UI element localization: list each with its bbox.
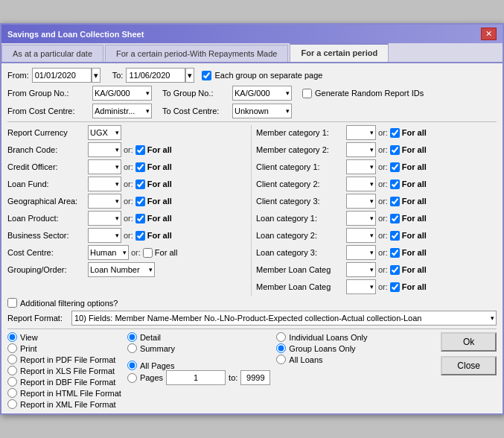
clicat3-dropdown[interactable] [346, 194, 376, 209]
tab-as-at-particular-date[interactable]: As at a particular date [1, 45, 103, 62]
bizs-dropdown[interactable] [88, 228, 121, 243]
clicat1-forall-label: For all [402, 162, 427, 171]
memcat2-forall-checkbox[interactable] [390, 145, 400, 155]
to-date-input[interactable] [126, 68, 185, 83]
currency-dropdown[interactable]: UGX [88, 125, 121, 140]
memcat2-dropdown[interactable] [346, 142, 376, 157]
memcat1-dropdown[interactable] [346, 125, 376, 140]
pages-range-radio[interactable] [127, 373, 137, 383]
report-format-label: Report Format: [7, 314, 67, 323]
additional-checkbox[interactable] [7, 298, 17, 308]
loanprod-forall-checkbox[interactable] [135, 214, 145, 223]
clicat3-forall-checkbox[interactable] [390, 197, 400, 206]
generate-random-checkbox[interactable] [302, 89, 312, 98]
grouping-row: Grouping/Order: Loan Number [7, 262, 248, 277]
loancat3-dropdown[interactable] [346, 245, 376, 260]
tab-certain-period[interactable]: For a certain period [290, 43, 389, 62]
credit-dropdown[interactable] [88, 159, 121, 174]
memcat1-label: Member category 1: [256, 128, 344, 137]
loanfund-forall-checkbox[interactable] [135, 180, 145, 189]
branch-forall-checkbox[interactable] [135, 145, 145, 155]
clicat2-forall-checkbox[interactable] [390, 180, 400, 189]
allloans-radio[interactable] [276, 355, 286, 364]
from-group-dropdown[interactable]: KA/G/000 [92, 86, 152, 101]
loancat1-dropdown[interactable] [346, 211, 376, 226]
cost-dropdown[interactable]: Human [88, 245, 129, 260]
all-pages-radio[interactable] [127, 361, 137, 370]
clicat3-label: Client category 3: [256, 197, 344, 206]
geo-forall-checkbox[interactable] [135, 197, 145, 206]
memloan2-dropdown[interactable] [346, 279, 376, 294]
from-cost-dropdown[interactable]: Administr... [92, 104, 152, 118]
loancat1-forall-checkbox[interactable] [390, 214, 400, 223]
xls-radio[interactable] [7, 366, 17, 375]
memcat1-or: or: [378, 128, 388, 137]
print-radio[interactable] [7, 343, 17, 353]
allloans-row: All Loans [276, 355, 373, 364]
loanfund-or: or: [124, 180, 133, 188]
memloan2-or: or: [378, 282, 388, 291]
memloan1-row: Member Loan Categ or: For all [256, 262, 497, 277]
tab-certain-period-with-repayments[interactable]: For a certain period-With Repayments Mad… [105, 45, 288, 62]
clicat2-dropdown[interactable] [346, 177, 376, 191]
clicat3-or: or: [378, 197, 388, 206]
xml-row: Report in XML File Format [7, 399, 121, 409]
dbf-label: Report in DBF File Format [20, 378, 115, 387]
report-format-dropdown[interactable]: 10) Fields: Member Name-Member No.-LNo-P… [71, 311, 497, 326]
loan-type-options: Individual Loans Only Group Loans Only A… [276, 332, 373, 364]
detail-radio[interactable] [127, 332, 137, 342]
branch-dropdown[interactable] [88, 142, 121, 157]
memcat2-row: Member category 2: or: For all [256, 142, 497, 157]
clicat1-forall-checkbox[interactable] [390, 162, 400, 172]
grouping-dropdown[interactable]: Loan Number [88, 262, 155, 277]
left-fields: Report Currency UGX Branch Code: or: For… [7, 125, 248, 296]
generate-random-label: Generate Random Report IDs [315, 89, 424, 98]
html-row: Report in HTML File Format [7, 388, 121, 398]
cost-forall-checkbox[interactable] [143, 248, 153, 258]
loancat2-dropdown[interactable] [346, 228, 376, 243]
memloan2-forall-label: For all [402, 282, 427, 291]
memcat1-forall-label: For all [402, 128, 427, 137]
loanfund-dropdown[interactable] [88, 177, 121, 191]
memloan2-forall-checkbox[interactable] [390, 282, 400, 292]
credit-forall-checkbox[interactable] [135, 162, 145, 172]
loancat3-forall-checkbox[interactable] [390, 248, 400, 258]
to-group-dropdown[interactable]: KA/G/000 [232, 86, 292, 101]
xml-radio[interactable] [7, 399, 17, 409]
loanprod-dropdown[interactable] [88, 211, 121, 226]
pages-from-input[interactable] [166, 370, 226, 385]
detail-label: Detail [140, 333, 161, 342]
memcat1-forall-checkbox[interactable] [390, 128, 400, 138]
from-date-input[interactable] [32, 68, 92, 83]
geo-dropdown[interactable] [88, 194, 121, 209]
view-label: View [20, 333, 38, 342]
to-label: To: [112, 71, 124, 80]
output-options: View Print Report in PDF File Format Rep… [7, 332, 121, 409]
pages-to-label: to: [229, 373, 237, 382]
pdf-radio[interactable] [7, 355, 17, 364]
to-cost-dropdown[interactable]: Unknown [232, 104, 292, 118]
memloan1-forall-checkbox[interactable] [390, 265, 400, 275]
loancat2-forall-checkbox[interactable] [390, 231, 400, 241]
summary-radio[interactable] [127, 343, 137, 353]
html-radio[interactable] [7, 388, 17, 398]
view-radio[interactable] [7, 332, 17, 342]
bizs-label: Business Sector: [7, 231, 86, 240]
bizs-forall-checkbox[interactable] [135, 231, 145, 241]
pages-to-input[interactable] [240, 370, 270, 385]
to-cost-label: To Cost Centre: [162, 107, 229, 115]
close-button[interactable]: Close [441, 356, 497, 375]
to-date-dropdown[interactable]: ▾ [185, 68, 194, 83]
ok-button[interactable]: Ok [441, 332, 497, 352]
group-radio[interactable] [276, 343, 286, 353]
each-group-checkbox[interactable] [202, 71, 211, 80]
from-date-dropdown[interactable]: ▾ [92, 68, 101, 83]
indiv-radio[interactable] [276, 332, 286, 342]
window-close-button[interactable]: ✕ [481, 28, 497, 40]
clicat2-or: or: [378, 180, 388, 188]
xls-row: Report in XLS File Format [7, 366, 121, 375]
memloan1-dropdown[interactable] [346, 262, 376, 277]
additional-row: Additional filtering options? [7, 298, 497, 308]
clicat1-dropdown[interactable] [346, 159, 376, 174]
dbf-radio[interactable] [7, 377, 17, 387]
